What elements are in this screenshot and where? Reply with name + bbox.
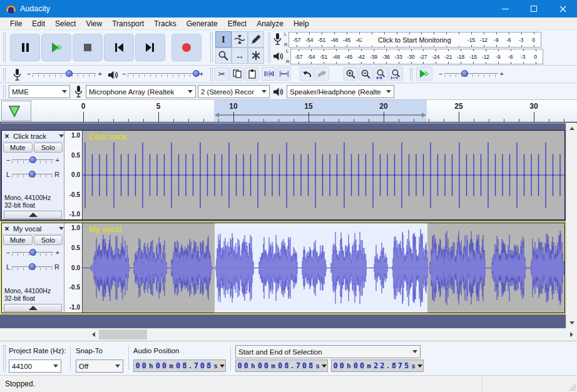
slider-thumb[interactable] <box>66 70 73 77</box>
timefield-char[interactable]: 0 <box>333 361 339 371</box>
timefield-char[interactable]: h <box>148 362 154 370</box>
scroll-up-button[interactable] <box>566 123 577 134</box>
pan-slider[interactable]: L R <box>4 170 61 179</box>
collapse-track-button[interactable] <box>4 304 62 312</box>
copy-button[interactable] <box>230 67 244 81</box>
menu-item[interactable]: Effect <box>223 18 252 29</box>
vertical-scale-ruler[interactable]: 1.00.50.0-0.5-1.0 <box>64 223 83 313</box>
playback-meter-scale-box[interactable]: -57-54-51-48-45-42-39-36-33-30-27-24-21-… <box>290 49 543 64</box>
pan-thumb[interactable] <box>29 263 36 270</box>
scroll-left-button[interactable] <box>88 328 99 341</box>
timefield-char[interactable]: 0 <box>339 361 345 371</box>
timefield-char[interactable]: 8 <box>391 361 397 371</box>
gain-thumb[interactable] <box>29 156 36 163</box>
timefield-char[interactable]: s <box>315 362 320 370</box>
timeline-options-button[interactable] <box>1 101 31 121</box>
menu-item[interactable]: Edit <box>27 18 50 29</box>
skip-to-end-button[interactable] <box>135 34 165 61</box>
timefield-char[interactable]: m <box>270 362 276 370</box>
snap-to-dropdown[interactable]: Off <box>76 359 123 373</box>
play-at-speed-button[interactable] <box>416 67 432 81</box>
audio-host-dropdown[interactable]: MME <box>9 85 70 98</box>
menu-item[interactable]: Tracks <box>149 18 181 29</box>
fit-selection-button[interactable] <box>374 67 388 81</box>
gain-slider[interactable]: − + <box>4 248 61 257</box>
recording-channels-dropdown[interactable]: 2 (Stereo) Recor <box>198 85 270 98</box>
pan-thumb[interactable] <box>29 171 36 178</box>
timefield-menu-arrow-icon[interactable] <box>220 364 225 368</box>
play-speed-slider[interactable]: − + <box>437 69 506 78</box>
scroll-down-button[interactable] <box>566 318 577 328</box>
slider-thumb[interactable] <box>193 70 200 77</box>
zoom-tool-button[interactable] <box>215 48 232 64</box>
vertical-scrollbar[interactable] <box>566 123 577 328</box>
device-toolbar-grip[interactable] <box>3 86 6 98</box>
horizontal-scrollbar[interactable] <box>0 328 577 341</box>
timefield-char[interactable]: m <box>168 362 174 370</box>
recording-device-dropdown[interactable]: Microphone Array (Realtek <box>86 85 196 98</box>
timefield-char[interactable]: 7 <box>397 361 403 371</box>
skip-to-start-button[interactable] <box>104 34 134 61</box>
timefield-char[interactable]: s <box>213 362 218 370</box>
timefield-char[interactable]: 0 <box>277 361 283 371</box>
menu-item[interactable]: Analyze <box>252 18 288 29</box>
waveform-canvas[interactable]: Click track <box>83 131 564 219</box>
meter-toolbar-grip[interactable] <box>268 33 270 63</box>
playspeed-toolbar-grip[interactable] <box>410 68 412 81</box>
timeline-ruler[interactable]: 051015202530 <box>0 100 577 123</box>
timefield-char[interactable]: . <box>386 362 391 370</box>
gain-slider[interactable]: − + <box>4 156 61 164</box>
menu-item[interactable]: View <box>81 18 107 29</box>
timefield-menu-arrow-icon[interactable] <box>322 364 327 368</box>
mute-button[interactable]: Mute <box>3 235 33 245</box>
menu-item[interactable]: File <box>5 18 27 29</box>
timefield-char[interactable]: 0 <box>257 361 263 371</box>
playback-volume-slider[interactable]: − + <box>120 69 205 78</box>
solo-button[interactable]: Solo <box>34 235 63 245</box>
timefield-char[interactable]: 0 <box>263 361 269 371</box>
timefield-char[interactable]: 8 <box>181 361 187 371</box>
playback-device-dropdown[interactable]: Speaker/Headphone (Realte <box>287 85 394 98</box>
multi-tool-button[interactable] <box>248 48 264 64</box>
undo-button[interactable] <box>300 67 314 81</box>
timefield-char[interactable]: 8 <box>283 361 289 371</box>
timefield-char[interactable]: . <box>290 362 295 370</box>
resize-grip[interactable] <box>568 383 576 391</box>
edit-toolbar-grip[interactable] <box>210 68 213 81</box>
play-button[interactable] <box>41 34 71 61</box>
silence-audio-button[interactable] <box>277 67 291 81</box>
ruler-selection-region[interactable] <box>214 100 427 122</box>
timefield-char[interactable]: 5 <box>404 361 409 371</box>
menu-item[interactable]: Help <box>288 18 314 29</box>
timefield-char[interactable]: 0 <box>237 361 243 371</box>
timefield-char[interactable]: 8 <box>206 361 212 371</box>
record-button[interactable] <box>171 34 202 61</box>
gain-thumb[interactable] <box>29 249 36 256</box>
playback-meter[interactable]: L R -57-54-51-48-45-42-39-36-33-30-27-24… <box>273 48 543 64</box>
timeline-scale[interactable]: 051015202530 <box>33 100 566 122</box>
timefield-char[interactable]: 0 <box>161 361 167 371</box>
collapse-track-button[interactable] <box>4 211 62 219</box>
timefield-char[interactable]: 0 <box>200 361 205 371</box>
slider-thumb[interactable] <box>461 70 468 77</box>
mixer-toolbar-grip[interactable] <box>3 68 6 81</box>
menu-item[interactable]: Generate <box>181 18 223 29</box>
minimize-button[interactable] <box>491 0 519 18</box>
redo-button[interactable] <box>315 67 329 81</box>
menu-item[interactable]: Transport <box>107 18 149 29</box>
close-button[interactable] <box>548 0 577 18</box>
timefield-char[interactable]: 0 <box>141 361 147 371</box>
time-shift-tool-button[interactable]: ↔ <box>232 48 248 64</box>
timefield-menu-arrow-icon[interactable] <box>417 364 422 368</box>
timefield-char[interactable]: h <box>250 362 256 370</box>
timefield-char[interactable]: 2 <box>373 361 379 371</box>
track-area[interactable]: × Click track Mute Solo − + <box>0 123 566 328</box>
timefield-char[interactable]: 8 <box>308 361 314 371</box>
recording-meter-scale-box[interactable]: -57-54-51-48-45-42-39-36-33-30-27-24-21-… <box>288 32 541 48</box>
zoom-out-button[interactable] <box>359 67 373 81</box>
recording-meter[interactable]: L R -57-54-51-48-45-42-39-36-33-30-27-24… <box>273 31 541 48</box>
scroll-right-button[interactable] <box>566 328 577 341</box>
stop-button[interactable] <box>73 34 103 61</box>
timefield-char[interactable]: 2 <box>379 361 385 371</box>
timefield-char[interactable]: 0 <box>353 361 359 371</box>
